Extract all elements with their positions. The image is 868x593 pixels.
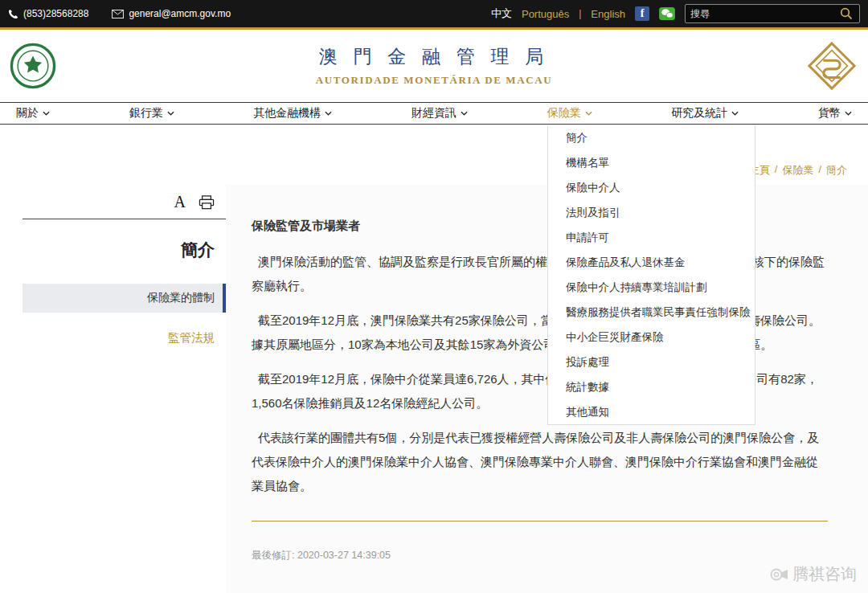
nav-item-other-institutions[interactable]: 其他金融機構	[253, 103, 332, 124]
sidebar-item-label: 保險業的體制	[147, 291, 215, 305]
dropdown-item-medical-liability[interactable]: 醫療服務提供者職業民事責任強制保險	[548, 300, 755, 325]
nav-item-financial-info[interactable]: 財經資訊	[411, 103, 468, 124]
phone-contact: (853)28568288	[8, 8, 88, 19]
lang-chinese[interactable]: 中文	[491, 6, 512, 21]
site-title-portuguese: AUTORIDADE MONETÁRIA DE MACAU	[0, 74, 868, 87]
contact-group: (853)28568288 general@amcm.gov.mo	[8, 8, 248, 19]
sidebar-item-label: 監管法規	[168, 331, 215, 344]
nav-item-banking[interactable]: 銀行業	[129, 103, 174, 124]
site-title-chinese: 澳 門 金 融 管 理 局	[0, 44, 868, 69]
top-utility-bar: (853)28568288 general@amcm.gov.mo 中文 Por…	[0, 0, 868, 27]
nav-item-label: 銀行業	[129, 106, 163, 121]
nav-item-insurance[interactable]: 保險業	[547, 103, 592, 124]
camera-icon	[770, 566, 789, 583]
dropdown-item-complaints[interactable]: 投訴處理	[548, 350, 755, 374]
sidebar-item-regulations[interactable]: 監管法規	[23, 330, 226, 346]
search-box	[685, 4, 860, 23]
nav-item-currency[interactable]: 貨幣	[818, 103, 852, 124]
font-size-icon[interactable]: A	[174, 193, 186, 211]
breadcrumb: 主頁 / 保險業 / 簡介	[749, 163, 847, 178]
nav-item-label: 貨幣	[818, 106, 841, 121]
wechat-icon[interactable]	[659, 6, 675, 21]
breadcrumb-section[interactable]: 保險業	[782, 163, 813, 178]
nav-item-research-statistics[interactable]: 研究及統計	[671, 103, 739, 124]
site-header: 澳 門 金 融 管 理 局 AUTORIDADE MONETÁRIA DE MA…	[0, 30, 868, 102]
amcm-diamond-logo	[807, 41, 857, 91]
lang-separator: |	[579, 8, 581, 19]
lang-portuguese[interactable]: Português	[522, 8, 569, 20]
sidebar: A 簡介 保險業的體制 監管法規	[23, 193, 226, 346]
content-paragraph: 代表該行業的團體共有5個，分別是代表已獲授權經營人壽保險公司及非人壽保險公司的澳…	[252, 426, 828, 498]
phone-icon	[8, 9, 18, 19]
dropdown-item-statistics[interactable]: 統計數據	[548, 374, 755, 399]
chevron-down-icon	[461, 111, 468, 116]
breadcrumb-separator: /	[775, 163, 778, 178]
search-input[interactable]	[690, 8, 840, 19]
printer-icon[interactable]	[199, 195, 215, 210]
last-modified: 最後修訂: 2020-03-27 14:39:05	[252, 549, 828, 562]
topbar-right-group: 中文 Português | English f	[491, 4, 860, 23]
main-nav: 關於 銀行業 其他金融機構 財經資訊 保險業 研究及統計 貨幣	[0, 102, 868, 125]
sidebar-item-insurance-system[interactable]: 保險業的體制	[23, 284, 226, 313]
dropdown-item-sme-catastrophe[interactable]: 中小企巨災財產保險	[548, 325, 755, 350]
lang-english[interactable]: English	[591, 8, 625, 20]
sidebar-divider	[23, 219, 226, 219]
content-divider	[252, 521, 828, 521]
nav-item-label: 研究及統計	[671, 106, 727, 121]
nav-item-about[interactable]: 關於	[16, 103, 50, 124]
chevron-down-icon	[167, 111, 174, 116]
sidebar-tools: A	[23, 193, 226, 211]
nav-item-label: 保險業	[547, 106, 581, 121]
dropdown-item-rules-guidelines[interactable]: 法則及指引	[548, 200, 755, 225]
search-icon[interactable]	[840, 6, 854, 21]
chevron-down-icon	[43, 111, 50, 116]
dropdown-item-intro[interactable]: 簡介	[548, 125, 755, 150]
email-address: general@amcm.gov.mo	[129, 8, 231, 19]
sidebar-heading: 簡介	[23, 239, 226, 261]
chevron-down-icon	[585, 111, 592, 116]
breadcrumb-current: 簡介	[826, 163, 847, 178]
phone-number: (853)28568288	[23, 8, 88, 19]
email-icon	[112, 10, 124, 18]
dropdown-item-institutions-list[interactable]: 機構名單	[548, 150, 755, 175]
dropdown-item-products-pension[interactable]: 保險產品及私人退休基金	[548, 250, 755, 275]
dropdown-item-cpd-program[interactable]: 保險中介人持續專業培訓計劃	[548, 275, 755, 300]
site-title-block: 澳 門 金 融 管 理 局 AUTORIDADE MONETÁRIA DE MA…	[0, 44, 868, 87]
chevron-down-icon	[845, 111, 852, 116]
nav-item-label: 財經資訊	[411, 106, 457, 121]
dropdown-item-licensing[interactable]: 申請許可	[548, 225, 755, 250]
nav-item-label: 關於	[16, 106, 39, 121]
watermark: 腾祺咨询	[770, 563, 857, 585]
amcm-page: (853)28568288 general@amcm.gov.mo 中文 Por…	[0, 0, 868, 593]
dropdown-item-intermediaries[interactable]: 保險中介人	[548, 175, 755, 200]
watermark-label: 腾祺咨询	[792, 563, 857, 585]
chevron-down-icon	[731, 111, 739, 116]
chevron-down-icon	[325, 111, 332, 116]
insurance-dropdown-menu: 簡介 機構名單 保險中介人 法則及指引 申請許可 保險產品及私人退休基金 保險中…	[547, 125, 755, 425]
dropdown-item-other-notices[interactable]: 其他通知	[548, 399, 755, 424]
facebook-icon[interactable]: f	[635, 6, 649, 21]
breadcrumb-separator: /	[818, 163, 821, 178]
email-contact[interactable]: general@amcm.gov.mo	[112, 8, 231, 19]
nav-item-label: 其他金融機構	[253, 106, 321, 121]
